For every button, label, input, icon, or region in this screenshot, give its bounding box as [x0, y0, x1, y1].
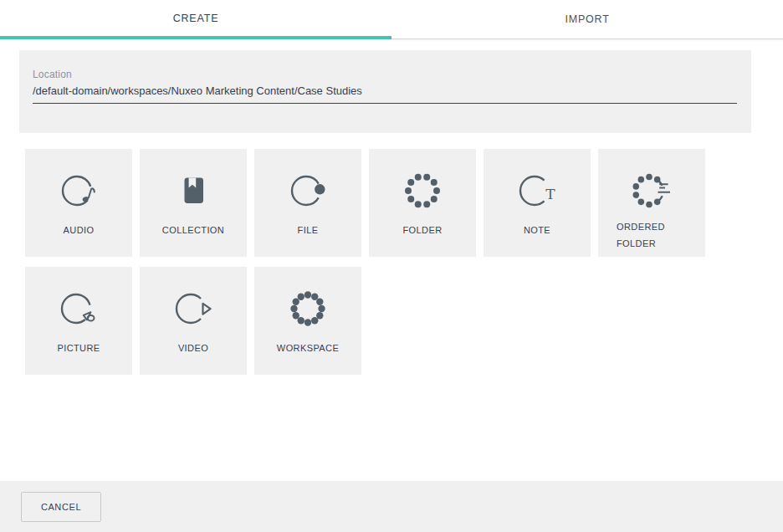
audio-icon	[59, 171, 99, 211]
create-document-dialog: CREATE IMPORT Location /default-domain/w…	[0, 0, 783, 532]
tile-collection[interactable]: COLLECTION	[140, 149, 247, 257]
tile-ordered-folder[interactable]: ORDERED FOLDER	[598, 149, 705, 257]
tile-picture[interactable]: PICTURE	[25, 267, 132, 375]
collection-icon	[173, 171, 213, 211]
tile-file[interactable]: FILE	[254, 149, 361, 257]
location-label: Location	[33, 69, 737, 80]
location-input[interactable]: /default-domain/workspaces/Nuxeo Marketi…	[33, 84, 737, 104]
picture-icon	[59, 289, 99, 329]
location-panel: Location /default-domain/workspaces/Nuxe…	[19, 50, 751, 133]
file-icon	[288, 171, 328, 211]
cancel-button[interactable]: CANCEL	[21, 492, 101, 522]
tile-note[interactable]: T NOTE	[484, 149, 591, 257]
tab-create[interactable]: CREATE	[0, 0, 392, 39]
document-type-grid: AUDIO COLLECTION FILE FOLDER T NOTE ORDE…	[25, 149, 783, 375]
tile-folder[interactable]: FOLDER	[369, 149, 476, 257]
tile-audio[interactable]: AUDIO	[25, 149, 132, 257]
ordered-folder-icon	[632, 171, 672, 211]
tab-import[interactable]: IMPORT	[392, 0, 783, 39]
footer-bar: CANCEL	[0, 481, 783, 532]
tile-workspace[interactable]: WORKSPACE	[254, 267, 361, 375]
folder-icon	[402, 171, 443, 211]
tile-video[interactable]: VIDEO	[140, 267, 247, 375]
note-icon: T	[517, 171, 557, 211]
tab-bar: CREATE IMPORT	[0, 0, 783, 39]
video-icon	[173, 289, 213, 329]
svg-text:T: T	[545, 186, 555, 202]
workspace-icon	[288, 289, 328, 329]
